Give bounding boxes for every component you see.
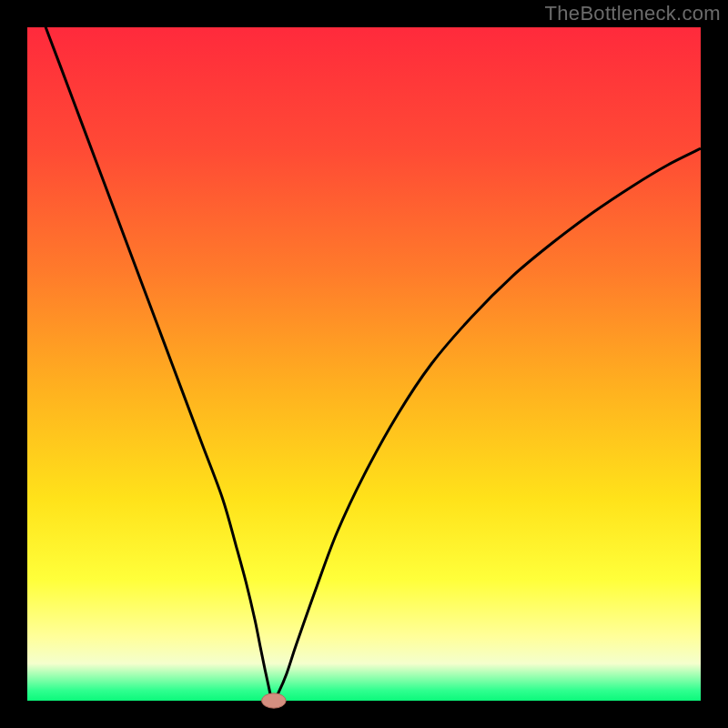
watermark-text: TheBottleneck.com <box>545 2 721 25</box>
chart-stage: TheBottleneck.com <box>0 0 728 728</box>
bottleneck-chart <box>0 0 728 728</box>
gradient-panel <box>27 27 701 701</box>
optimal-point-marker <box>262 693 287 708</box>
